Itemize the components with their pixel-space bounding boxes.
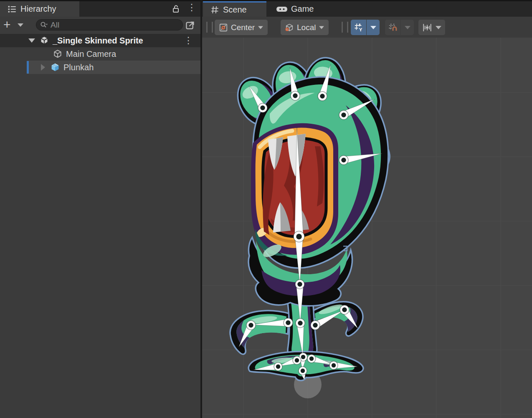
chevron-down-icon xyxy=(405,26,410,29)
gameobject-cube-icon xyxy=(53,49,63,59)
search-input[interactable] xyxy=(50,20,179,30)
scene-row-menu-icon[interactable]: ⋮ xyxy=(184,36,193,45)
bone-joint-core xyxy=(301,355,305,359)
hierarchy-tab-label: Hierarchy xyxy=(20,4,56,14)
search-icon xyxy=(40,21,48,29)
scene-panel: Scene Game Center xyxy=(202,0,532,418)
bone[interactable] xyxy=(343,153,382,164)
scene-tab-label: Scene xyxy=(223,5,247,15)
bone-joint-core xyxy=(301,369,305,373)
expander-down-icon[interactable] xyxy=(28,38,35,43)
grid-snapping-button[interactable] xyxy=(385,20,400,35)
bone[interactable] xyxy=(296,284,304,323)
bone-joint-core xyxy=(286,320,290,325)
toolbar-drag-handle[interactable] xyxy=(206,22,213,33)
hierarchy-row-scene[interactable]: _Single Skinned Sprite ⋮ xyxy=(0,34,200,47)
chevron-down-icon xyxy=(319,26,324,29)
create-button[interactable]: + xyxy=(3,18,11,31)
bone-joint-core xyxy=(341,158,346,162)
bone-joint-core xyxy=(313,323,317,327)
snap-increment-button[interactable] xyxy=(418,20,445,35)
game-tab-label: Game xyxy=(291,4,314,14)
unity-scene-icon xyxy=(39,36,49,46)
chevron-down-icon xyxy=(436,26,441,29)
expander-right-icon[interactable] xyxy=(41,64,45,71)
tab-hierarchy[interactable]: Hierarchy xyxy=(0,1,79,17)
chevron-down-icon xyxy=(370,26,376,29)
hierarchy-panel: Hierarchy ⋮ + xyxy=(0,0,200,418)
tab-scene[interactable]: Scene xyxy=(203,1,266,17)
pivot-mode-label: Center xyxy=(231,23,255,32)
hierarchy-row-main-camera[interactable]: Main Camera xyxy=(0,47,200,61)
create-chevron-down-icon[interactable] xyxy=(18,23,23,27)
bone[interactable] xyxy=(252,319,289,326)
bone-joint-core xyxy=(293,93,297,98)
skeleton-bones[interactable] xyxy=(202,38,532,418)
hierarchy-search xyxy=(36,19,183,31)
grid-axis-icon: Y xyxy=(354,23,363,32)
hierarchy-list-icon xyxy=(8,5,17,14)
grid-axis-letter: Y xyxy=(359,27,362,32)
bone-joint-core xyxy=(341,112,346,117)
hierarchy-row-plunkah[interactable]: Plunkah xyxy=(0,61,200,74)
ruler-ticks-icon xyxy=(422,23,432,33)
row-label: _Single Skinned Sprite xyxy=(53,36,143,46)
unity-editor-window: Hierarchy ⋮ + xyxy=(0,0,532,418)
bone-joint-core xyxy=(309,357,314,361)
bone-joint-core xyxy=(248,323,253,327)
gamepad-icon xyxy=(276,5,287,13)
bone[interactable] xyxy=(295,237,303,284)
row-label: Main Camera xyxy=(66,49,116,59)
scene-viewport[interactable] xyxy=(202,38,532,418)
search-window-icon[interactable] xyxy=(185,19,196,31)
lock-icon[interactable] xyxy=(171,4,180,13)
prefab-cube-icon xyxy=(50,62,60,72)
bone-joint-core xyxy=(276,364,280,369)
bone-joint-core xyxy=(295,358,299,362)
bone-joint-core xyxy=(342,307,347,312)
bone-joint-core xyxy=(296,234,302,240)
hierarchy-menu-icon[interactable]: ⋮ xyxy=(187,3,196,12)
chevron-down-icon xyxy=(258,26,263,29)
scene-grid-icon xyxy=(210,5,219,14)
bone-joint-core xyxy=(260,105,265,110)
tab-game[interactable]: Game xyxy=(269,1,327,17)
selection-indicator-bar xyxy=(27,61,29,74)
orientation-label: Local xyxy=(297,23,316,32)
grid-snapping-chevron[interactable] xyxy=(401,20,414,35)
pivot-mode-button[interactable]: Center xyxy=(215,20,268,35)
bone-joint-core xyxy=(332,363,336,367)
toolbar-drag-handle[interactable] xyxy=(342,22,348,33)
local-cube-icon xyxy=(285,23,294,32)
bone-joint-core xyxy=(320,94,324,98)
orientation-button[interactable]: Local xyxy=(281,20,329,35)
grid-visibility-chevron[interactable] xyxy=(367,20,380,35)
row-label: Plunkah xyxy=(63,63,94,72)
bone-joint-core xyxy=(298,321,302,325)
bone-joint-core xyxy=(297,282,302,286)
grid-snap-magnet-icon xyxy=(388,23,398,32)
bone[interactable] xyxy=(295,127,304,237)
grid-visibility-button[interactable]: Y xyxy=(351,20,366,35)
scene-toolbar: Center Local Y xyxy=(202,17,532,38)
pivot-center-icon xyxy=(219,23,228,32)
